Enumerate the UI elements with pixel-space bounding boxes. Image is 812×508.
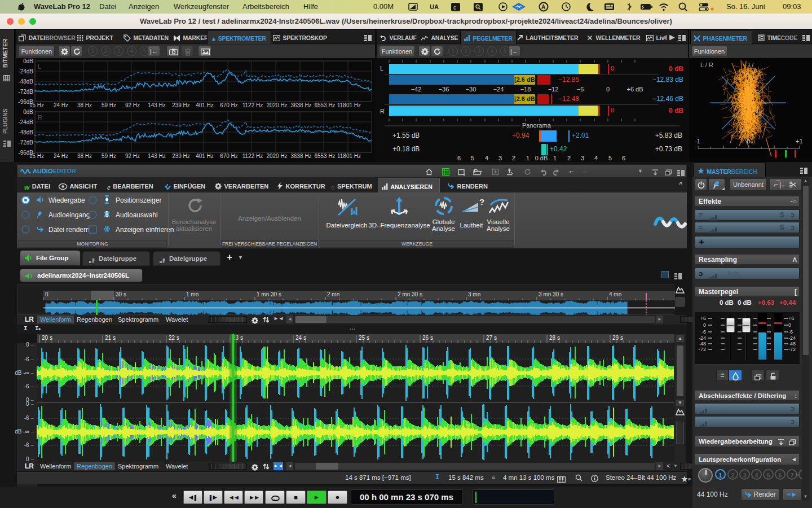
svg-text:?: ?	[479, 197, 484, 207]
svg-text:UA: UA	[430, 3, 439, 10]
svg-text:A: A	[541, 4, 545, 10]
svg-text:c: c	[453, 5, 456, 11]
